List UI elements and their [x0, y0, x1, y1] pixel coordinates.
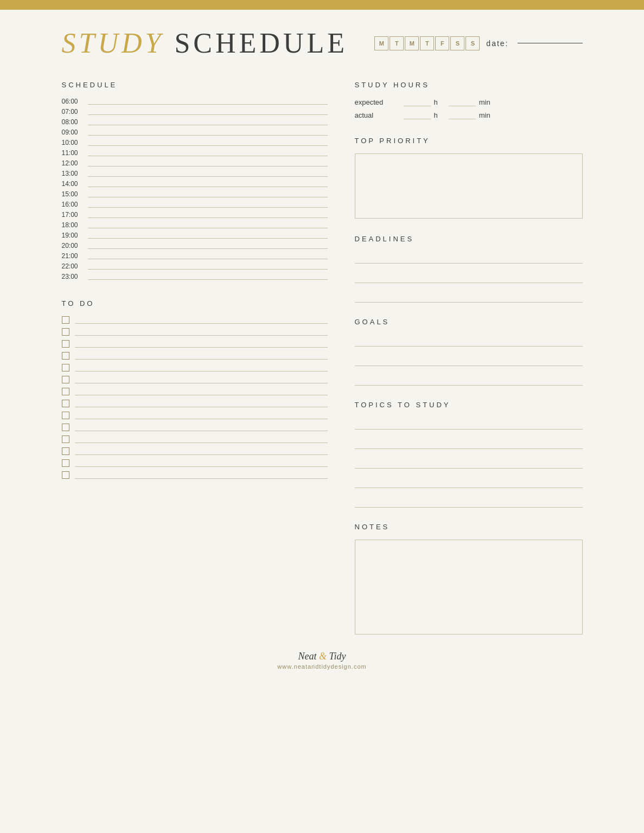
title-study: STUDY	[62, 28, 164, 59]
time-line[interactable]	[88, 279, 328, 280]
deadline-line-1[interactable]	[355, 252, 583, 264]
header: STUDY SCHEDULE M T M T F S S date:	[62, 27, 583, 59]
time-line[interactable]	[88, 104, 328, 105]
todo-item	[62, 352, 328, 363]
notes-box[interactable]	[355, 540, 583, 635]
todo-checkbox[interactable]	[62, 459, 69, 467]
time-line[interactable]	[88, 248, 328, 249]
time-line[interactable]	[88, 135, 328, 136]
todo-checkbox[interactable]	[62, 424, 69, 431]
time-label: 19:00	[62, 232, 88, 241]
todo-checkbox[interactable]	[62, 316, 69, 324]
todo-checkbox[interactable]	[62, 352, 69, 360]
gold-bar	[0, 0, 644, 10]
topic-line-4[interactable]	[355, 476, 583, 488]
goals-section: GOALS	[355, 318, 583, 386]
topic-line-2[interactable]	[355, 437, 583, 449]
todo-line[interactable]	[75, 443, 328, 443]
day-box-w[interactable]: M	[405, 36, 419, 50]
time-line[interactable]	[88, 197, 328, 197]
todo-line[interactable]	[75, 466, 328, 467]
todo-checkbox[interactable]	[62, 328, 69, 336]
todo-checkbox[interactable]	[62, 388, 69, 395]
todo-checkbox[interactable]	[62, 400, 69, 407]
actual-h-field[interactable]	[404, 111, 431, 119]
priority-box[interactable]	[355, 153, 583, 219]
todo-line[interactable]	[75, 323, 328, 324]
goal-line-2[interactable]	[355, 354, 583, 366]
expected-min-field[interactable]	[449, 98, 476, 106]
todo-line[interactable]	[75, 407, 328, 407]
time-label: 14:00	[62, 180, 88, 189]
time-line[interactable]	[88, 125, 328, 125]
todo-line[interactable]	[75, 359, 328, 360]
day-box-f[interactable]: F	[435, 36, 449, 50]
time-label: 06:00	[62, 98, 88, 107]
todo-checkbox[interactable]	[62, 471, 69, 479]
deadline-line-3[interactable]	[355, 291, 583, 303]
topic-line-3[interactable]	[355, 457, 583, 469]
actual-row: actual h min	[355, 111, 583, 119]
todo-checkbox[interactable]	[62, 340, 69, 348]
actual-min-field[interactable]	[449, 111, 476, 119]
time-line[interactable]	[88, 228, 328, 228]
time-row: 12:00	[62, 159, 328, 170]
goal-line-3[interactable]	[355, 374, 583, 386]
todo-line[interactable]	[75, 395, 328, 395]
todo-checkbox[interactable]	[62, 435, 69, 443]
schedule-section: SCHEDULE 06:00 07:00 08:00 09:00	[62, 81, 328, 283]
time-line[interactable]	[88, 207, 328, 208]
todo-item	[62, 435, 328, 446]
topic-line-5[interactable]	[355, 496, 583, 508]
day-box-su[interactable]: S	[466, 36, 480, 50]
time-label: 21:00	[62, 252, 88, 261]
time-line[interactable]	[88, 217, 328, 218]
time-line[interactable]	[88, 145, 328, 146]
time-label: 12:00	[62, 159, 88, 169]
expected-h-field[interactable]	[404, 98, 431, 106]
todo-heading: TO DO	[62, 299, 328, 307]
time-line[interactable]	[88, 156, 328, 156]
time-label: 10:00	[62, 139, 88, 148]
time-label: 17:00	[62, 211, 88, 220]
todo-line[interactable]	[75, 419, 328, 419]
day-box-t[interactable]: T	[390, 36, 404, 50]
time-line[interactable]	[88, 176, 328, 177]
todo-line[interactable]	[75, 431, 328, 431]
todo-line[interactable]	[75, 383, 328, 383]
todo-line[interactable]	[75, 335, 328, 336]
todo-checkbox[interactable]	[62, 412, 69, 419]
todo-line[interactable]	[75, 371, 328, 371]
day-box-th[interactable]: T	[420, 36, 434, 50]
min-unit-expected: min	[479, 98, 490, 106]
todo-section: TO DO	[62, 299, 328, 482]
time-row: 15:00	[62, 190, 328, 201]
todo-checkbox[interactable]	[62, 364, 69, 371]
todo-checkbox[interactable]	[62, 447, 69, 455]
time-line[interactable]	[88, 114, 328, 115]
time-line[interactable]	[88, 269, 328, 270]
time-line[interactable]	[88, 238, 328, 239]
todo-line[interactable]	[75, 347, 328, 348]
day-box-m[interactable]: M	[374, 36, 388, 50]
topic-line-1[interactable]	[355, 418, 583, 430]
time-line[interactable]	[88, 187, 328, 187]
brand-part1: Neat	[298, 651, 319, 662]
time-row: 19:00	[62, 232, 328, 242]
time-line[interactable]	[88, 259, 328, 259]
day-box-sa[interactable]: S	[450, 36, 464, 50]
time-line[interactable]	[88, 166, 328, 166]
notes-heading: NOTES	[355, 523, 583, 531]
goal-line-1[interactable]	[355, 335, 583, 347]
todo-line[interactable]	[75, 454, 328, 455]
todo-item	[62, 340, 328, 351]
time-label: 13:00	[62, 170, 88, 179]
todo-checkbox[interactable]	[62, 376, 69, 383]
deadline-line-2[interactable]	[355, 271, 583, 283]
topics-heading: TOPICS TO STUDY	[355, 401, 583, 409]
todo-item	[62, 400, 328, 411]
date-input-line[interactable]	[518, 43, 583, 43]
time-label: 18:00	[62, 221, 88, 230]
time-label: 07:00	[62, 108, 88, 117]
todo-line[interactable]	[75, 478, 328, 479]
